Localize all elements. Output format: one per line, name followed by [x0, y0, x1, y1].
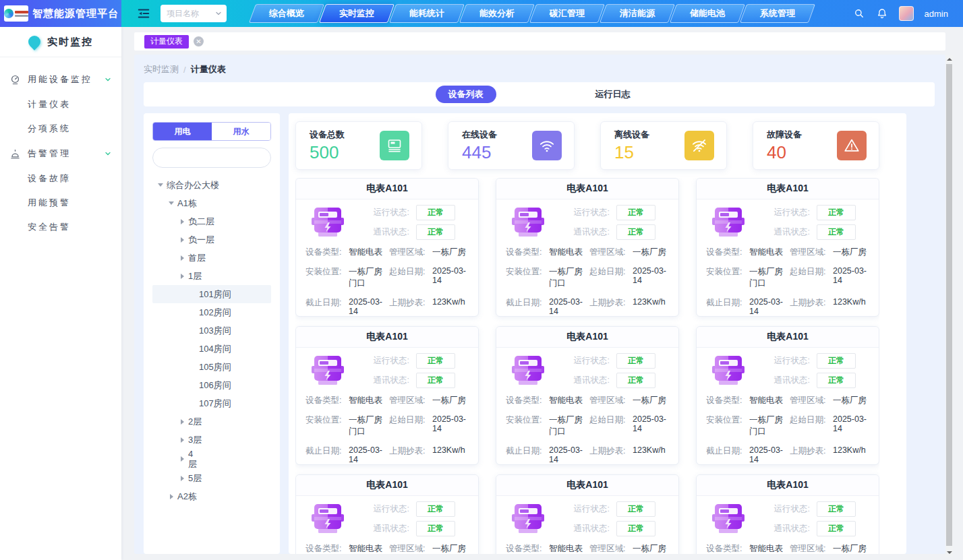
open-tab-metering[interactable]: 计量仪表 — [144, 35, 189, 49]
user-name[interactable]: admin — [925, 9, 948, 19]
tree-caret-icon[interactable] — [178, 255, 186, 261]
tree-caret-icon[interactable] — [167, 494, 175, 499]
tree-node[interactable]: 101房间 — [152, 285, 271, 303]
toggle-electricity[interactable]: 用电 — [153, 123, 212, 140]
status-label: 运行状态: — [350, 503, 409, 515]
search-icon[interactable] — [853, 7, 865, 20]
tree-node[interactable]: 首层 — [152, 249, 271, 267]
field-label: 起始日期: — [589, 266, 633, 289]
tree-node[interactable]: 负一层 — [152, 230, 271, 249]
tree-caret-icon[interactable] — [178, 437, 186, 443]
tree-node[interactable]: 105房间 — [152, 358, 271, 376]
sidebar-item[interactable]: 设备故障 — [0, 166, 121, 191]
device-field: 起始日期:2025-03-14 — [589, 414, 669, 437]
electric-meter-icon — [506, 354, 550, 387]
tree-node[interactable]: 102房间 — [152, 303, 271, 321]
electric-meter-icon — [506, 206, 550, 239]
tree-node[interactable]: A2栋 — [152, 487, 271, 505]
tree-caret-icon[interactable] — [178, 476, 186, 481]
device-card[interactable]: 电表A101 — [696, 326, 879, 465]
device-card[interactable]: 电表A101 — [496, 474, 679, 554]
tree-caret-icon[interactable] — [178, 219, 186, 224]
device-card[interactable]: 电表A101 — [696, 474, 879, 554]
field-label: 设备类型: — [305, 543, 349, 554]
tree-caret-icon[interactable] — [178, 274, 186, 279]
sidebar-group-1[interactable]: 用能设备监控 — [0, 67, 121, 92]
stat-card: 在线设备445 — [448, 121, 575, 170]
status-row: 通讯状态:正常 — [550, 224, 669, 240]
nav-tab-2[interactable]: 实时监控 — [319, 4, 395, 23]
status-badge: 正常 — [817, 521, 856, 536]
stat-value: 15 — [614, 142, 649, 163]
nav-tab-7[interactable]: 储能电池 — [670, 4, 745, 23]
sidebar-group-2[interactable]: 告警管理 — [0, 141, 121, 166]
scrollbar-thumb[interactable] — [946, 64, 952, 546]
nav-tab-8[interactable]: 系统管理 — [740, 4, 815, 23]
field-value: 2025-03-14 — [749, 297, 786, 316]
sidebar-item[interactable]: 计量仪表 — [0, 92, 121, 117]
tree-node[interactable]: 106房间 — [152, 376, 271, 394]
device-card[interactable]: 电表A101 — [696, 178, 879, 317]
sidebar-item[interactable]: 用能预警 — [0, 191, 121, 215]
brand-logo-mark — [4, 9, 13, 18]
scroll-down-arrow-icon[interactable] — [945, 549, 953, 557]
tree-node[interactable]: 103房间 — [152, 321, 271, 340]
tree-search-input[interactable] — [152, 148, 271, 168]
tree-node[interactable]: 104房间 — [152, 340, 271, 358]
field-label: 设备类型: — [506, 247, 549, 258]
tree-caret-icon[interactable] — [156, 183, 165, 187]
status-row: 通讯状态:正常 — [751, 224, 869, 240]
device-card[interactable]: 电表A101 — [295, 178, 479, 317]
tree-node[interactable]: 4层 — [152, 449, 271, 469]
field-value: 2025-03-14 — [549, 445, 585, 464]
tree-caret-icon[interactable] — [167, 201, 175, 205]
field-value: 智能电表 — [749, 543, 783, 554]
tab-device-list[interactable]: 设备列表 — [436, 86, 496, 103]
scroll-up-arrow-icon[interactable] — [945, 55, 953, 63]
nav-tab-4[interactable]: 能效分析 — [459, 4, 535, 23]
nav-tab-6[interactable]: 清洁能源 — [600, 4, 675, 23]
tree-node[interactable]: 负二层 — [152, 212, 271, 230]
nav-tab-label: 清洁能源 — [620, 7, 655, 20]
device-card[interactable]: 电表A101 — [496, 326, 679, 465]
device-card[interactable]: 电表A101 — [295, 326, 479, 465]
tree-node[interactable]: 2层 — [152, 412, 271, 431]
collapse-sidebar-icon[interactable] — [136, 6, 151, 21]
project-select[interactable] — [160, 5, 227, 22]
breadcrumb-parent[interactable]: 实时监测 — [144, 63, 179, 75]
tree-caret-icon[interactable] — [178, 456, 186, 462]
sidebar-item[interactable]: 安全告警 — [0, 215, 121, 239]
tree-node[interactable]: 107房间 — [152, 394, 271, 412]
device-field: 安装位置:一栋厂房门口 — [706, 414, 786, 437]
sidebar-item[interactable]: 分项系统 — [0, 117, 121, 141]
tree-node[interactable]: 综合办公大楼 — [152, 176, 271, 194]
status-label: 通讯状态: — [350, 375, 409, 386]
tree-node-label: 4层 — [188, 449, 199, 469]
tab-run-log[interactable]: 运行日志 — [583, 86, 643, 103]
nav-tab-5[interactable]: 碳汇管理 — [529, 4, 605, 23]
view-tabs: 设备列表 运行日志 — [144, 82, 935, 106]
avatar[interactable] — [899, 6, 914, 21]
device-card[interactable]: 电表A101 — [295, 474, 479, 554]
tree-node[interactable]: 3层 — [152, 431, 271, 449]
device-card[interactable]: 电表A101 — [496, 178, 679, 317]
toggle-water[interactable]: 用水 — [212, 123, 270, 140]
nav-tab-label: 实时监控 — [339, 7, 374, 20]
project-select-input[interactable] — [167, 9, 208, 18]
brand-logo — [4, 5, 28, 22]
status-row: 通讯状态:正常 — [751, 521, 869, 536]
tree-caret-icon[interactable] — [178, 237, 186, 243]
electric-meter-icon — [706, 206, 751, 239]
nav-tab-1[interactable]: 综合概览 — [249, 4, 324, 23]
status-row: 运行状态:正常 — [350, 501, 469, 517]
vertical-scrollbar[interactable] — [945, 55, 953, 557]
nav-tab-3[interactable]: 能耗统计 — [389, 4, 465, 23]
device-card-title: 电表A101 — [296, 475, 478, 496]
bell-icon[interactable] — [876, 7, 888, 20]
close-icon[interactable]: ✕ — [194, 36, 204, 46]
tree-caret-icon[interactable] — [178, 419, 186, 425]
tree-node[interactable]: 5层 — [152, 469, 271, 487]
status-label: 运行状态: — [350, 207, 409, 218]
tree-node[interactable]: A1栋 — [152, 194, 271, 212]
tree-node[interactable]: 1层 — [152, 267, 271, 285]
